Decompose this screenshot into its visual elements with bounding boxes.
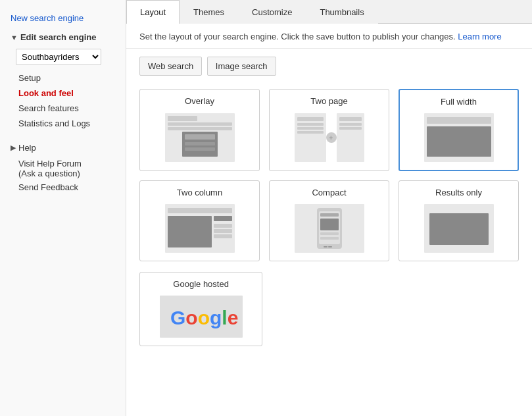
main-content: Layout Themes Customize Thumbnails Set t…	[126, 0, 532, 416]
layout-card-compact[interactable]: Compact	[269, 180, 389, 261]
sidebar-item-search-features[interactable]: Search features	[0, 101, 126, 116]
sidebar-item-new-search-engine[interactable]: New search engine	[0, 8, 126, 28]
svg-rect-28	[214, 234, 232, 238]
tab-thumbnails[interactable]: Thumbnails	[306, 0, 377, 24]
svg-rect-35	[320, 219, 339, 230]
image-search-button[interactable]: Image search	[207, 57, 276, 76]
layout-card-compact-title: Compact	[312, 188, 346, 197]
tab-customize[interactable]: Customize	[238, 0, 306, 24]
sidebar: New search engine ▼ Edit search engine S…	[0, 0, 126, 416]
tab-layout[interactable]: Layout	[126, 0, 180, 24]
layout-preview-results-only	[406, 203, 512, 254]
learn-more-link[interactable]: Learn more	[458, 32, 501, 41]
sidebar-item-setup[interactable]: Setup	[0, 70, 126, 86]
layout-card-two-column-title: Two column	[177, 188, 222, 197]
svg-rect-21	[427, 126, 491, 157]
web-search-button[interactable]: Web search	[139, 57, 202, 76]
svg-rect-11	[297, 127, 324, 130]
svg-rect-37	[320, 237, 339, 240]
sidebar-help-section: ▶ Help Visit Help Forum (Ask a question)…	[0, 139, 126, 194]
sidebar-item-statistics-and-logs[interactable]: Statistics and Logs	[0, 116, 126, 131]
layout-grid: Overlay	[126, 82, 532, 272]
layout-preview-overlay	[147, 111, 253, 164]
sidebar-item-visit-help-forum[interactable]: Visit Help Forum (Ask a question)	[0, 157, 126, 180]
svg-text:+: +	[329, 134, 333, 142]
svg-text:Google: Google	[170, 307, 238, 328]
collapse-arrow-icon: ▼	[11, 34, 18, 41]
google-hosted-section: Google hosted Google	[126, 272, 532, 359]
layout-description: Set the layout of your search engine. Cl…	[126, 24, 532, 49]
svg-rect-23	[168, 208, 232, 213]
svg-rect-32	[324, 246, 327, 247]
layout-card-two-page[interactable]: Two page +	[269, 89, 389, 171]
sidebar-item-look-and-feel[interactable]: Look and feel	[0, 86, 126, 101]
layout-preview-compact	[276, 203, 382, 254]
svg-rect-39	[429, 213, 489, 245]
svg-rect-25	[168, 216, 212, 247]
svg-rect-16	[339, 117, 362, 121]
svg-rect-2	[168, 122, 232, 126]
layout-preview-google-hosted: Google	[147, 294, 255, 339]
svg-rect-9	[297, 117, 324, 121]
layout-card-two-page-title: Two page	[310, 96, 347, 106]
svg-rect-5	[185, 134, 215, 140]
svg-rect-12	[297, 131, 324, 134]
svg-rect-34	[320, 213, 339, 217]
layout-card-two-column[interactable]: Two column	[139, 180, 260, 261]
sidebar-edit-section-header: ▼ Edit search engine	[0, 28, 126, 46]
layout-preview-full-width	[406, 112, 511, 163]
svg-rect-24	[214, 216, 232, 221]
layout-preview-two-page: +	[276, 111, 382, 164]
layout-card-overlay-title: Overlay	[185, 96, 214, 106]
svg-rect-27	[214, 229, 232, 233]
layout-card-overlay[interactable]: Overlay	[139, 89, 260, 171]
svg-rect-6	[185, 142, 215, 145]
svg-rect-17	[339, 123, 362, 126]
svg-rect-36	[320, 232, 339, 235]
svg-rect-7	[185, 147, 215, 151]
layout-card-full-width[interactable]: Full width	[399, 89, 519, 171]
svg-rect-1	[168, 116, 197, 121]
svg-rect-26	[214, 224, 232, 228]
search-type-bar: Web search Image search	[126, 49, 532, 82]
sidebar-help-header: ▶ Help	[0, 139, 126, 157]
layout-card-google-hosted[interactable]: Google hosted Google	[139, 272, 262, 346]
svg-rect-3	[168, 127, 232, 130]
sidebar-item-send-feedback[interactable]: Send Feedback	[0, 180, 126, 194]
engine-dropdown-wrapper: Southbayriders	[0, 46, 126, 70]
layout-card-results-only-title: Results only	[435, 188, 482, 197]
layout-preview-two-column	[147, 203, 253, 254]
layout-card-google-hosted-title: Google hosted	[173, 279, 229, 289]
svg-rect-33	[328, 246, 332, 247]
layout-card-results-only[interactable]: Results only	[399, 180, 519, 261]
tab-themes[interactable]: Themes	[180, 0, 238, 24]
svg-rect-10	[297, 123, 324, 126]
svg-rect-18	[339, 127, 362, 130]
help-arrow-icon: ▶	[11, 143, 16, 152]
svg-rect-20	[427, 117, 491, 124]
app-container: New search engine ▼ Edit search engine S…	[0, 0, 532, 416]
engine-select[interactable]: Southbayriders	[16, 49, 101, 65]
tabs-bar: Layout Themes Customize Thumbnails	[126, 0, 532, 24]
layout-card-full-width-title: Full width	[441, 97, 477, 107]
